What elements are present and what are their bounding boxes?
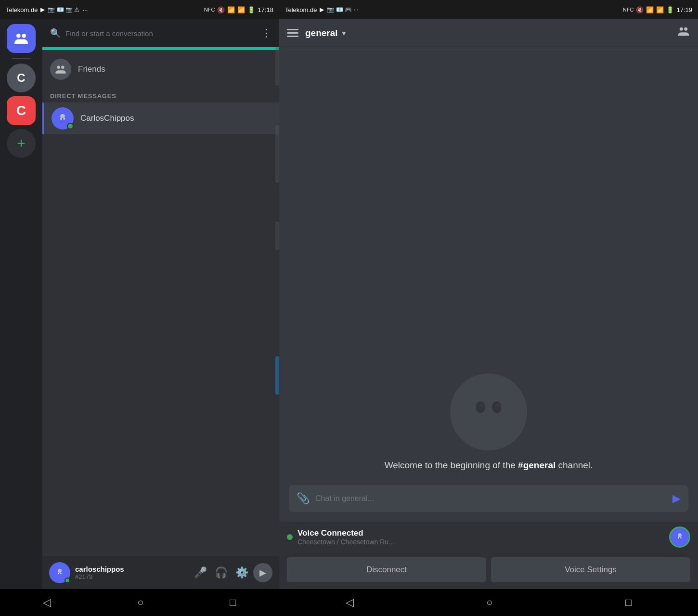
discord-bot-illustration	[450, 373, 527, 450]
svg-point-17	[60, 573, 61, 574]
svg-point-19	[684, 27, 687, 31]
server-icon-c[interactable]: C	[7, 64, 36, 92]
svg-point-26	[466, 399, 476, 413]
user-tag: #2179	[75, 573, 189, 580]
welcome-text: Welcome to the beginning of the #general…	[385, 460, 593, 471]
dm-username-carlos: CarlosChippos	[80, 114, 134, 123]
send-message-button[interactable]: ▶	[672, 492, 681, 505]
right-play-icon: ▶	[320, 6, 324, 13]
right-time: 17:19	[676, 6, 692, 13]
svg-point-9	[60, 118, 62, 119]
online-indicator	[67, 123, 74, 129]
left-play-icon: ▶	[40, 6, 45, 13]
voice-connected-label: Voice Connected	[297, 528, 394, 538]
svg-point-12	[56, 575, 64, 578]
headphones-icon[interactable]: 🎧	[215, 566, 228, 579]
left-wifi: 📶	[227, 6, 235, 13]
add-server-button[interactable]: +	[7, 129, 36, 158]
left-time: 17:18	[258, 6, 273, 13]
attach-icon[interactable]: 📎	[297, 492, 310, 505]
svg-point-24	[480, 404, 484, 408]
friends-item[interactable]: Friends	[42, 54, 279, 85]
svg-point-25	[496, 404, 500, 408]
svg-point-33	[678, 537, 679, 538]
left-icons: 📷 📧 📷 ⚠	[48, 6, 79, 13]
svg-point-0	[16, 34, 21, 38]
settings-icon[interactable]: ⚙️	[235, 566, 248, 579]
direct-messages-label: DIRECT MESSAGES	[42, 85, 279, 103]
right-wifi: 📶	[646, 6, 654, 13]
svg-point-28	[678, 533, 682, 537]
svg-rect-32	[677, 537, 683, 539]
square-button-left[interactable]: □	[230, 596, 236, 609]
members-icon[interactable]	[677, 25, 690, 41]
back-button-left[interactable]: ◁	[43, 596, 51, 609]
svg-point-10	[64, 118, 65, 119]
more-options-icon[interactable]: ⋮	[261, 27, 271, 39]
server-divider	[12, 58, 31, 59]
server-icon-home[interactable]	[7, 24, 36, 53]
left-battery: 🔋	[247, 6, 255, 13]
voice-channel-label: Cheesetown / Cheesetown Ru...	[297, 538, 394, 546]
user-bar: carloschippos #2179 🎤 🎧 ⚙️ ▶	[42, 556, 279, 589]
right-carrier: Telekom.de	[285, 6, 317, 13]
voice-settings-button[interactable]: Voice Settings	[491, 557, 690, 582]
left-mute: 🔇	[217, 6, 225, 13]
username: carloschippos	[75, 565, 189, 573]
svg-point-16	[58, 573, 59, 574]
message-input[interactable]	[315, 494, 667, 503]
right-nfc: NFC	[623, 7, 634, 13]
back-button-right[interactable]: ◁	[346, 596, 354, 609]
hamburger-menu[interactable]	[287, 29, 298, 37]
right-icons: 📷 📧 🎮 ···	[327, 6, 358, 13]
svg-rect-15	[57, 573, 63, 575]
mic-icon[interactable]: 🎤	[194, 566, 207, 579]
svg-point-11	[58, 569, 62, 573]
disconnect-button[interactable]: Disconnect	[287, 557, 486, 582]
left-dots: ···	[83, 6, 88, 13]
svg-point-1	[22, 34, 26, 38]
channel-header: general ▼	[279, 19, 698, 47]
friends-icon	[50, 59, 71, 80]
svg-point-29	[676, 539, 684, 543]
right-mute: 🔇	[636, 6, 644, 13]
left-signal: 📶	[237, 6, 245, 13]
square-button-right[interactable]: □	[625, 596, 632, 609]
svg-point-34	[680, 537, 681, 538]
home-button-right[interactable]: ○	[486, 596, 492, 609]
voice-action-buttons: Disconnect Voice Settings	[279, 552, 698, 589]
right-battery: 🔋	[666, 6, 674, 13]
send-button[interactable]: ▶	[253, 563, 272, 582]
voice-user-avatar	[669, 526, 690, 548]
svg-point-22	[476, 401, 485, 413]
svg-point-2	[57, 65, 60, 69]
dm-item-carlos[interactable]: CarlosChippos	[42, 103, 279, 134]
channel-dropdown-arrow[interactable]: ▼	[341, 29, 348, 37]
voice-active-dot	[287, 534, 293, 540]
home-button-left[interactable]: ○	[137, 596, 143, 609]
user-avatar	[49, 562, 70, 583]
svg-point-18	[680, 27, 683, 31]
friends-label: Friends	[78, 64, 105, 74]
svg-rect-8	[59, 118, 66, 121]
search-bar[interactable]: 🔍 ⋮	[42, 19, 279, 47]
dm-avatar-carlos	[52, 107, 74, 129]
chat-area: Welcome to the beginning of the #general…	[279, 47, 698, 522]
right-signal: 📶	[656, 6, 664, 13]
svg-point-23	[492, 401, 502, 413]
search-icon: 🔍	[50, 28, 61, 38]
left-nfc: NFC	[204, 7, 215, 13]
svg-point-27	[501, 399, 511, 413]
voice-connected-bar: Voice Connected Cheesetown / Cheesetown …	[279, 522, 698, 552]
left-carrier: Telekom.de	[6, 6, 38, 13]
search-input[interactable]	[65, 29, 256, 38]
message-input-bar: 📎 ▶	[289, 485, 688, 512]
svg-point-3	[61, 65, 64, 69]
user-info: carloschippos #2179	[75, 565, 189, 580]
channel-name: general ▼	[305, 28, 347, 38]
user-controls: 🎤 🎧 ⚙️	[194, 566, 248, 579]
svg-point-5	[58, 120, 67, 125]
server-icon-red[interactable]: C	[7, 96, 36, 125]
